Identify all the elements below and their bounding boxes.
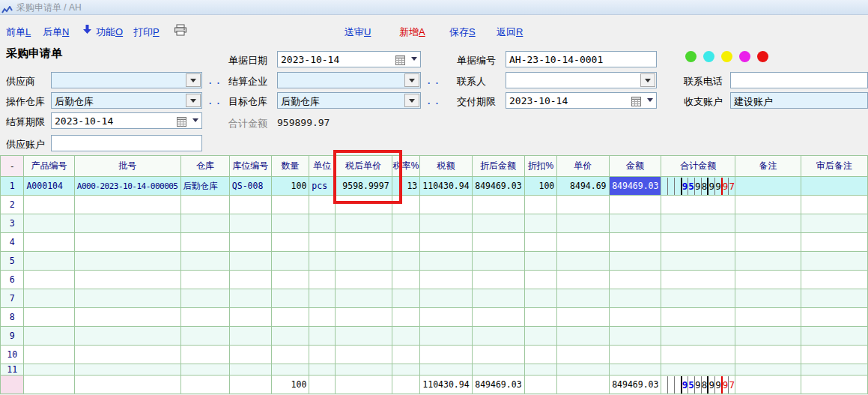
dropdown-button[interactable] [640, 73, 655, 87]
cell-empty[interactable] [524, 214, 557, 233]
cell-rownum[interactable]: 9 [1, 327, 24, 346]
cell-total-digit-grid[interactable] [661, 252, 735, 271]
cell-total-digit-grid[interactable] [661, 364, 735, 376]
dropdown-button[interactable] [404, 73, 419, 87]
dropdown-button[interactable] [186, 73, 201, 87]
cell-empty[interactable] [557, 364, 609, 376]
cell-empty[interactable] [24, 196, 74, 214]
cell-empty[interactable] [524, 252, 557, 271]
supplier-combo[interactable] [51, 72, 202, 88]
calendar-icon[interactable] [631, 96, 641, 109]
cell-empty[interactable] [24, 214, 74, 233]
cell-empty[interactable] [392, 214, 420, 233]
cell-unit[interactable]: pcs [309, 177, 336, 196]
cell-empty[interactable] [309, 308, 336, 327]
cell-empty[interactable] [420, 364, 472, 376]
cell-empty[interactable] [24, 252, 74, 271]
cell-empty[interactable] [335, 252, 392, 271]
cell-empty[interactable] [420, 252, 472, 271]
cell-empty[interactable] [420, 308, 472, 327]
cell-empty[interactable] [271, 196, 309, 214]
cell-empty[interactable] [229, 196, 271, 214]
function-menu-button[interactable]: 功能O [96, 25, 123, 39]
cell-empty[interactable] [609, 289, 661, 308]
cell-empty[interactable] [309, 364, 336, 376]
cell-empty[interactable] [74, 364, 180, 376]
cell-total-digit-grid[interactable] [661, 346, 735, 364]
cell-price-after-tax[interactable]: 9598.9997 [335, 177, 392, 196]
cell-empty[interactable] [180, 271, 229, 289]
cell-empty[interactable] [309, 327, 336, 346]
cell-empty[interactable] [735, 327, 801, 346]
cell-empty[interactable] [472, 327, 524, 346]
cell-empty[interactable] [180, 346, 229, 364]
cell-empty[interactable] [335, 346, 392, 364]
target-warehouse-browse-link[interactable]: . . [428, 96, 440, 106]
cell-location-no[interactable]: QS-008 [229, 177, 271, 196]
cell-empty[interactable] [74, 271, 180, 289]
cell-empty[interactable] [271, 214, 309, 233]
pay-account-field[interactable]: 建设账户 [730, 92, 868, 109]
cell-empty[interactable] [524, 233, 557, 252]
cell-empty[interactable] [24, 271, 74, 289]
cell-empty[interactable] [271, 233, 309, 252]
cell-empty[interactable] [557, 289, 609, 308]
cell-empty[interactable] [392, 196, 420, 214]
cell-empty[interactable] [420, 196, 472, 214]
print-button[interactable]: 打印P [133, 25, 160, 39]
op-warehouse-browse-link[interactable]: . . [209, 96, 221, 106]
cell-empty[interactable] [271, 364, 309, 376]
doc-no-field[interactable]: AH-23-10-14-0001 [506, 51, 657, 67]
cell-empty[interactable] [609, 308, 661, 327]
cell-empty[interactable] [524, 327, 557, 346]
cell-empty[interactable] [392, 346, 420, 364]
add-new-button[interactable]: 新增A [399, 25, 425, 39]
supply-account-field[interactable] [51, 135, 202, 151]
cell-empty[interactable] [24, 346, 74, 364]
contact-phone-field[interactable] [730, 72, 868, 88]
cell-empty[interactable] [557, 271, 609, 289]
cell-empty[interactable] [524, 308, 557, 327]
cell-empty[interactable] [472, 289, 524, 308]
cell-empty[interactable] [74, 289, 180, 308]
settle-company-browse-link[interactable]: . . [428, 76, 440, 86]
cell-rownum[interactable]: 3 [1, 214, 24, 233]
cell-empty[interactable] [392, 327, 420, 346]
cell-empty[interactable] [180, 196, 229, 214]
cell-empty[interactable] [609, 327, 661, 346]
next-doc-button[interactable]: 后单N [43, 25, 69, 39]
cell-empty[interactable] [472, 308, 524, 327]
cell-empty[interactable] [180, 364, 229, 376]
calendar-icon[interactable] [395, 55, 405, 68]
cell-total-digit-grid[interactable]: 95989997 [661, 177, 735, 196]
cell-total-digit-grid[interactable] [661, 271, 735, 289]
cell-rownum[interactable]: 10 [1, 346, 24, 364]
cell-empty[interactable] [801, 196, 867, 214]
cell-empty[interactable] [271, 271, 309, 289]
cell-empty[interactable] [180, 327, 229, 346]
cell-empty[interactable] [335, 214, 392, 233]
delivery-deadline-field[interactable]: 2023-10-14 [506, 92, 657, 109]
cell-rownum[interactable]: 5 [1, 252, 24, 271]
cell-empty[interactable] [309, 196, 336, 214]
cell-empty[interactable] [229, 289, 271, 308]
cell-empty[interactable] [335, 364, 392, 376]
cell-empty[interactable] [557, 196, 609, 214]
down-arrow-icon[interactable] [82, 24, 92, 37]
cell-empty[interactable] [24, 308, 74, 327]
cell-empty[interactable] [180, 308, 229, 327]
chevron-down-icon[interactable] [411, 57, 417, 64]
cell-empty[interactable] [524, 196, 557, 214]
cell-empty[interactable] [335, 233, 392, 252]
cell-empty[interactable] [335, 308, 392, 327]
cell-tax-rate[interactable]: 13 [392, 177, 420, 196]
return-button[interactable]: 返回R [497, 25, 523, 39]
cell-total-digit-grid[interactable] [661, 214, 735, 233]
cell-empty[interactable] [557, 346, 609, 364]
cell-empty[interactable] [74, 233, 180, 252]
cell-empty[interactable] [74, 196, 180, 214]
cell-rownum[interactable]: 4 [1, 233, 24, 252]
cell-remark[interactable] [735, 177, 801, 196]
cell-empty[interactable] [801, 346, 867, 364]
cell-empty[interactable] [229, 233, 271, 252]
